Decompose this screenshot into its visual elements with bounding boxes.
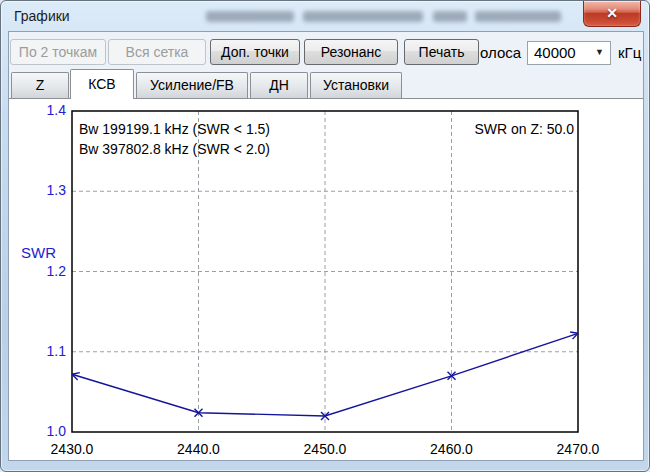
y-tick-label: 1.3 <box>21 182 66 198</box>
chart-panel: Bw 199199.1 kHz (SWR < 1.5) Bw 397802.8 … <box>9 98 643 461</box>
y-axis-title: SWR <box>21 244 56 261</box>
x-tick-label: 2450.0 <box>295 441 355 457</box>
tab-z[interactable]: Z <box>11 72 69 98</box>
bandwidth-value: 40000 <box>534 44 576 61</box>
y-tick-label: 1.4 <box>21 102 66 118</box>
chevron-down-icon: ▼ <box>595 47 604 57</box>
close-button[interactable]: ✕ <box>583 1 641 27</box>
close-icon: ✕ <box>606 5 618 21</box>
bandwidth-label: олоса <box>480 44 521 61</box>
toolbar-button-print[interactable]: Печать <box>404 39 479 65</box>
window-title: Графики <box>14 8 70 24</box>
client-area: По 2 точкам Вся сетка Доп. точки Резонан… <box>8 31 644 461</box>
title-bar: Графики ✕ <box>1 1 649 31</box>
toolbar-button-by-2-points[interactable]: По 2 точкам <box>10 39 106 65</box>
x-tick-label: 2460.0 <box>422 441 482 457</box>
bandwidth-select[interactable]: 40000 ▼ <box>527 41 611 65</box>
tab-settings[interactable]: Установки <box>310 72 402 98</box>
x-tick-label: 2430.0 <box>42 441 102 457</box>
bandwidth-annotation-1: Bw 199199.1 kHz (SWR < 1.5) <box>79 121 270 137</box>
x-tick-label: 2470.0 <box>548 441 608 457</box>
toolbar-button-resonance[interactable]: Резонанс <box>304 39 398 65</box>
y-tick-label: 1.1 <box>21 343 66 359</box>
toolbar-button-whole-grid[interactable]: Вся сетка <box>108 39 206 65</box>
bandwidth-annotation-2: Bw 397802.8 kHz (SWR < 2.0) <box>79 141 270 157</box>
x-tick-label: 2440.0 <box>169 441 229 457</box>
bandwidth-unit-label: кГц <box>618 44 641 61</box>
tab-pattern[interactable]: ДН <box>250 72 308 98</box>
tab-gain-fb[interactable]: Усиление/FB <box>136 72 248 98</box>
graphs-window: Графики ✕ По 2 точкам Вся сетка Доп. точ… <box>0 0 650 472</box>
tab-ksv[interactable]: КСВ <box>70 69 134 99</box>
swr-on-z-annotation: SWR on Z: 50.0 <box>370 121 574 137</box>
y-tick-label: 1.2 <box>21 263 66 279</box>
y-tick-label: 1.0 <box>21 423 66 439</box>
toolbar-button-extra-points[interactable]: Доп. точки <box>210 39 300 65</box>
